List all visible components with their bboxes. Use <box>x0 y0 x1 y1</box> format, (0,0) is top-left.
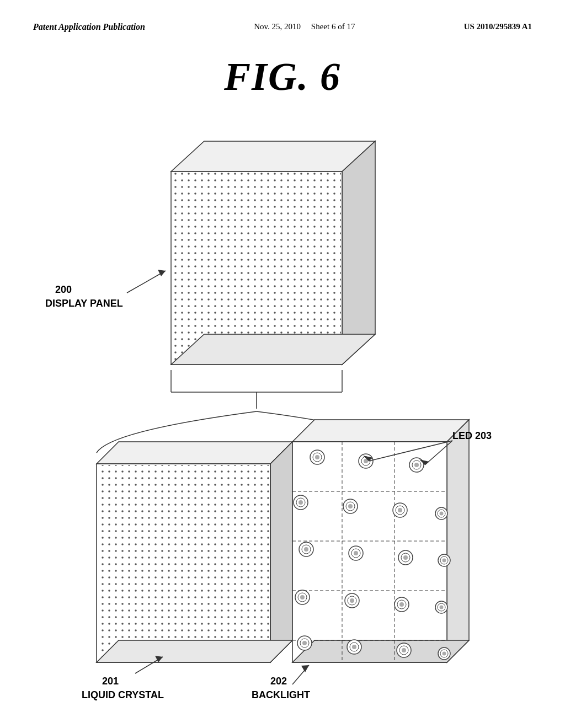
svg-point-71 <box>399 602 404 607</box>
svg-marker-101 <box>301 665 309 672</box>
figure-title: FIG. 6 <box>0 54 565 100</box>
svg-marker-93 <box>158 270 166 276</box>
svg-text:LIQUID  CRYSTAL: LIQUID CRYSTAL <box>82 689 164 700</box>
svg-point-68 <box>350 598 354 603</box>
svg-text:200: 200 <box>55 284 72 295</box>
svg-marker-8 <box>171 334 375 365</box>
svg-marker-15 <box>270 442 292 662</box>
svg-point-65 <box>300 595 305 599</box>
svg-point-38 <box>414 463 419 467</box>
svg-marker-22 <box>292 442 447 662</box>
header-sheet: Sheet 6 of 17 <box>311 22 355 31</box>
svg-rect-18 <box>98 465 269 661</box>
svg-marker-20 <box>292 420 469 442</box>
svg-marker-1 <box>342 141 375 365</box>
svg-marker-14 <box>97 442 292 464</box>
header-left: Patent Application Publication <box>33 22 145 32</box>
svg-point-41 <box>299 500 303 505</box>
svg-text:202: 202 <box>270 676 287 687</box>
header-right: US 2010/295839 A1 <box>464 22 532 31</box>
svg-marker-21 <box>447 420 469 662</box>
svg-point-86 <box>443 652 446 656</box>
svg-marker-0 <box>171 141 375 172</box>
svg-point-44 <box>348 504 353 508</box>
svg-point-53 <box>304 547 308 552</box>
svg-point-80 <box>352 645 356 649</box>
svg-point-74 <box>440 606 444 609</box>
svg-point-32 <box>315 455 319 459</box>
svg-point-56 <box>354 551 358 555</box>
svg-point-83 <box>402 648 406 652</box>
svg-marker-19 <box>97 640 292 662</box>
page-header: Patent Application Publication Nov. 25, … <box>0 0 565 32</box>
svg-point-50 <box>440 512 444 516</box>
svg-point-47 <box>398 508 402 512</box>
svg-point-77 <box>302 641 307 645</box>
svg-text:DISPLAY  PANEL: DISPLAY PANEL <box>45 298 123 309</box>
header-date: Nov. 25, 2010 <box>254 22 301 31</box>
svg-line-92 <box>127 271 166 293</box>
diagram-area: LED 203 200 DISPLAY PANEL 201 LIQUID CRY… <box>0 111 565 718</box>
svg-text:201: 201 <box>102 676 119 687</box>
diagram-svg: LED 203 200 DISPLAY PANEL 201 LIQUID CRY… <box>0 111 565 718</box>
svg-text:BACKLIGHT: BACKLIGHT <box>252 689 310 700</box>
svg-point-59 <box>403 555 408 560</box>
svg-point-62 <box>443 559 446 563</box>
header-center: Nov. 25, 2010 Sheet 6 of 17 <box>254 22 355 31</box>
svg-text:LED 203: LED 203 <box>452 430 492 441</box>
